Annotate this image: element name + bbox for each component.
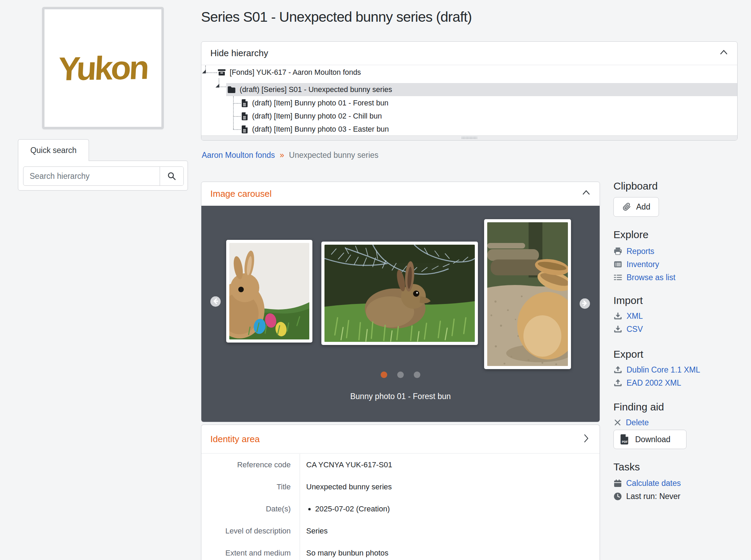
tab-quick-search[interactable]: Quick search	[18, 139, 89, 161]
tree-node-item[interactable]: (draft) [Item] Bunny photo 02 - Chill bu…	[241, 110, 382, 123]
pdf-file-icon: PDF	[620, 434, 630, 445]
chevron-right-icon	[581, 434, 591, 445]
date-value: 2025-07-02 (Creation)	[315, 505, 390, 513]
printer-icon	[613, 247, 622, 256]
arrow-right-circle-icon	[580, 298, 590, 309]
upload-icon	[613, 378, 622, 387]
export-dublin-core[interactable]: Dublin Core 1.1 XML	[613, 363, 744, 376]
import-csv-link[interactable]: CSV	[627, 325, 643, 334]
hide-hierarchy-label: Hide hierarchy	[210, 48, 268, 59]
import-heading: Import	[613, 294, 744, 307]
clipboard-add-button[interactable]: Add	[613, 197, 659, 217]
calendar-icon	[613, 479, 622, 488]
identity-area-toggle[interactable]: Identity area	[201, 425, 600, 454]
identity-area-label: Identity area	[210, 434, 260, 445]
image-carousel-toggle[interactable]: Image carousel	[201, 182, 600, 205]
tasks-heading: Tasks	[613, 461, 744, 473]
table-row: Extent and medium So many bunbun photos	[201, 542, 600, 560]
search-button[interactable]	[160, 167, 183, 185]
tree-node-item[interactable]: (draft) [Item] Bunny photo 01 - Forest b…	[241, 96, 389, 110]
carousel-dot-1[interactable]	[381, 371, 387, 378]
tree-connector	[220, 86, 226, 87]
tree-node-fonds[interactable]: [Fonds] YUK-617 - Aaron Moulton fonds	[218, 66, 361, 79]
reports-link[interactable]: Reports	[627, 247, 654, 256]
explore-heading: Explore	[613, 228, 744, 241]
inventory-link[interactable]: Inventory	[627, 260, 659, 269]
field-label: Date(s)	[201, 505, 300, 513]
tree-connector	[233, 103, 241, 104]
context-sidebar: Clipboard Add Explore Re	[613, 177, 744, 503]
carousel-slide-forest-bunny[interactable]	[321, 242, 478, 345]
field-label: Title	[201, 482, 300, 491]
paperclip-icon	[622, 202, 631, 212]
file-icon	[241, 112, 248, 121]
field-label: Reference code	[201, 460, 300, 469]
table-row: Date(s) 2025-07-02 (Creation)	[201, 498, 600, 520]
archive-icon	[218, 68, 226, 77]
carousel-dots	[201, 371, 600, 378]
quick-search-tab-label: Quick search	[30, 146, 77, 155]
tasks-last-run: Last run: Never	[613, 490, 744, 503]
svg-text:PDF: PDF	[622, 440, 628, 444]
explore-reports[interactable]: Reports	[613, 245, 744, 258]
import-xml[interactable]: XML	[613, 309, 744, 323]
finding-aid-heading: Finding aid	[613, 401, 744, 413]
search-input[interactable]	[23, 167, 160, 185]
treeview-resize-handle[interactable]	[201, 135, 737, 140]
carousel-slide-easter-bunny[interactable]	[226, 240, 312, 343]
breadcrumb-parent-link[interactable]: Aaron Moulton fonds	[202, 151, 275, 160]
delete-finding-aid-link[interactable]: Delete	[626, 418, 649, 427]
carousel-caption: Bunny photo 01 - Forest bun	[201, 392, 600, 401]
explore-inventory[interactable]: Inventory	[613, 258, 744, 271]
download-icon	[613, 312, 622, 320]
browse-as-list-link[interactable]: Browse as list	[627, 273, 675, 282]
carousel-dot-2[interactable]	[397, 371, 404, 378]
tree-node-item[interactable]: (draft) [Item] Bunny photo 03 - Easter b…	[241, 123, 389, 136]
carousel-slide-rear-bunny[interactable]	[484, 219, 571, 369]
finding-aid-delete[interactable]: Delete	[613, 416, 744, 429]
tree-connector	[233, 96, 234, 129]
export-ead-link[interactable]: EAD 2002 XML	[627, 378, 681, 388]
calculate-dates-link[interactable]: Calculate dates	[626, 479, 681, 488]
tasks-calculate-dates[interactable]: Calculate dates	[613, 477, 744, 490]
x-icon	[613, 418, 622, 427]
list-icon	[613, 273, 622, 282]
carousel-stage: Bunny photo 01 - Forest bun	[201, 206, 600, 422]
import-xml-link[interactable]: XML	[627, 312, 643, 321]
export-heading: Export	[613, 348, 744, 360]
search-icon	[167, 171, 177, 181]
table-row: Title Unexpected bunny series	[201, 476, 600, 498]
institution-logo-link[interactable]: Yukon	[42, 7, 164, 129]
field-value: CA YCNYA YUK-617-S01	[300, 454, 600, 476]
upload-icon	[613, 365, 622, 374]
hierarchy-treeview: [Fonds] YUK-617 - Aaron Moulton fonds (d…	[201, 65, 737, 136]
breadcrumb: Aaron Moulton fonds » Unexpected bunny s…	[202, 151, 379, 160]
tree-node-label: (draft) [Item] Bunny photo 01 - Forest b…	[252, 99, 389, 108]
finding-aid-download-button[interactable]: PDF Download	[613, 430, 687, 449]
export-ead[interactable]: EAD 2002 XML	[613, 376, 744, 389]
hide-hierarchy-toggle[interactable]: Hide hierarchy	[201, 42, 737, 65]
yukon-logo: Yukon	[57, 48, 148, 88]
chevron-up-icon	[582, 189, 591, 199]
tree-expander-open[interactable]	[216, 84, 219, 88]
explore-browse-as-list[interactable]: Browse as list	[613, 271, 744, 284]
export-dublin-core-link[interactable]: Dublin Core 1.1 XML	[627, 365, 700, 375]
carousel-dot-3[interactable]	[414, 371, 420, 378]
carousel-next-button[interactable]	[580, 298, 590, 309]
field-value: So many bunbun photos	[300, 542, 600, 560]
image-carousel-panel: Image carousel	[201, 182, 600, 422]
identity-table: Reference code CA YCNYA YUK-617-S01 Titl…	[201, 454, 600, 560]
tree-expander-open[interactable]	[202, 70, 206, 73]
import-csv[interactable]: CSV	[613, 323, 744, 336]
field-value: Series	[300, 520, 600, 542]
file-icon	[241, 99, 248, 108]
quick-search-panel	[18, 161, 188, 191]
atom-archival-description-page: Yukon Quick search Series S01 - Unexpect…	[0, 0, 751, 560]
chevron-up-icon	[719, 48, 728, 59]
tree-node-series[interactable]: (draft) [Series] S01 - Unexpected bunny …	[227, 83, 392, 96]
search-input-group	[23, 166, 184, 186]
identity-area-panel: Identity area Reference code CA YCNYA YU…	[201, 425, 600, 560]
carousel-prev-button[interactable]	[210, 296, 221, 307]
tree-node-label: (draft) [Item] Bunny photo 02 - Chill bu…	[252, 112, 382, 121]
folder-icon	[227, 86, 236, 93]
